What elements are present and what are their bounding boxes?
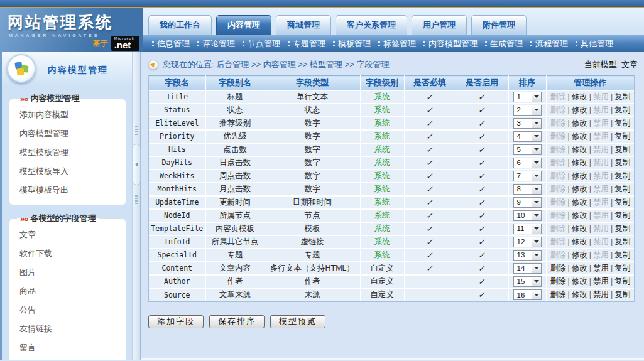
action-edit[interactable]: 修改: [572, 277, 587, 286]
action-copy[interactable]: 复制: [614, 171, 630, 180]
action-copy[interactable]: 复制: [614, 185, 630, 193]
submenu-item-6[interactable]: 内容模型管理: [420, 38, 481, 50]
main-tab-3[interactable]: 客户关系管理: [336, 15, 407, 35]
action-edit[interactable]: 修改: [572, 237, 587, 246]
check-icon: ✓: [478, 185, 486, 194]
sidebar-item[interactable]: 留言: [14, 338, 121, 357]
action-edit[interactable]: 修改: [572, 145, 587, 154]
order-select[interactable]: 5: [513, 144, 542, 155]
order-select[interactable]: 7: [513, 171, 542, 181]
separator: |: [611, 132, 613, 141]
submenu-item-2[interactable]: 节点管理: [239, 38, 284, 50]
sidebar-item[interactable]: 友情链接: [14, 320, 121, 338]
action-copy[interactable]: 复制: [614, 264, 630, 272]
action-edit[interactable]: 修改: [572, 158, 587, 167]
action-copy[interactable]: 复制: [614, 119, 630, 127]
order-select[interactable]: 2: [513, 105, 542, 116]
action-copy[interactable]: 复制: [614, 105, 630, 114]
main-tab-1[interactable]: 内容管理: [216, 15, 271, 35]
submenu-item-8[interactable]: 流程管理: [527, 38, 572, 50]
order-select[interactable]: 14: [513, 263, 542, 274]
submenu-item-5[interactable]: 标签管理: [374, 38, 420, 50]
action-disable[interactable]: 禁用: [593, 290, 609, 299]
sidebar-item[interactable]: 文章: [14, 225, 121, 244]
submenu-item-1[interactable]: 评论管理: [194, 38, 239, 50]
action-edit[interactable]: 修改: [572, 105, 587, 114]
sidebar-item[interactable]: 歌曲: [14, 357, 121, 360]
sidebar-item[interactable]: 公告: [14, 301, 121, 320]
order-select[interactable]: 12: [513, 237, 542, 247]
save-order-button[interactable]: 保存排序: [209, 315, 265, 328]
main-tab-2[interactable]: 商城管理: [276, 15, 331, 35]
submenu-item-label: 专题管理: [293, 38, 325, 50]
sidebar-item[interactable]: 模型模板管理: [14, 143, 121, 162]
add-field-button[interactable]: 添加字段: [148, 315, 204, 328]
sidebar-item[interactable]: 模型模板导入: [14, 162, 121, 181]
action-copy[interactable]: 复制: [614, 224, 630, 233]
cell-actions: 删除|修改|禁用|复制: [546, 209, 634, 222]
separator: |: [611, 198, 613, 207]
action-delete[interactable]: 删除: [550, 277, 565, 286]
action-copy[interactable]: 复制: [614, 132, 630, 141]
collapse-arrow-icon[interactable]: [133, 144, 141, 185]
field-name: Author: [164, 277, 190, 286]
order-select[interactable]: 1: [513, 92, 542, 102]
action-edit[interactable]: 修改: [572, 290, 587, 299]
action-edit[interactable]: 修改: [572, 171, 587, 180]
sidebar-item[interactable]: 商品: [14, 282, 121, 301]
check-icon: ✓: [478, 145, 486, 154]
model-preview-button[interactable]: 模型预览: [270, 315, 325, 328]
action-copy[interactable]: 复制: [614, 290, 630, 299]
action-copy[interactable]: 复制: [614, 198, 630, 207]
action-edit[interactable]: 修改: [572, 185, 587, 193]
order-select[interactable]: 4: [513, 131, 542, 142]
order-select[interactable]: 13: [513, 250, 542, 261]
order-value: 13: [514, 251, 532, 259]
sidebar-item[interactable]: 模型模板导出: [14, 181, 121, 200]
order-select[interactable]: 8: [513, 184, 542, 195]
submenu-item-4[interactable]: 模板管理: [329, 38, 374, 50]
order-select[interactable]: 15: [513, 276, 542, 287]
action-copy[interactable]: 复制: [614, 145, 630, 154]
sidebar-item[interactable]: 添加内容模型: [14, 105, 121, 124]
main-tab-0[interactable]: 我的工作台: [148, 15, 212, 35]
order-select[interactable]: 16: [513, 289, 542, 300]
action-copy[interactable]: 复制: [614, 158, 630, 167]
action-delete[interactable]: 删除: [550, 290, 565, 299]
action-edit[interactable]: 修改: [572, 211, 587, 220]
order-select[interactable]: 9: [513, 197, 542, 208]
action-copy[interactable]: 复制: [614, 251, 630, 259]
submenu-item-7[interactable]: 生成管理: [481, 38, 527, 50]
action-edit[interactable]: 修改: [572, 251, 587, 259]
action-edit[interactable]: 修改: [572, 264, 587, 272]
order-select[interactable]: 3: [513, 118, 542, 129]
action-edit[interactable]: 修改: [572, 132, 587, 141]
action-copy[interactable]: 复制: [614, 277, 630, 286]
action-copy[interactable]: 复制: [614, 92, 630, 101]
page: 网站管理系统 MANAGER NAVIGATES 基于 Microsoft .n…: [0, 0, 644, 361]
submenu-item-9[interactable]: 其他管理: [572, 38, 617, 50]
sidebar-item[interactable]: 内容模型管理: [14, 124, 121, 143]
action-edit[interactable]: 修改: [572, 92, 587, 101]
action-edit[interactable]: 修改: [572, 198, 587, 207]
action-delete[interactable]: 删除: [550, 264, 565, 272]
main-tab-4[interactable]: 用户管理: [412, 15, 467, 35]
order-select[interactable]: 10: [513, 210, 542, 221]
submenu-item-3[interactable]: 专题管理: [284, 38, 329, 50]
sidebar-item[interactable]: 软件下载: [14, 244, 121, 263]
order-select[interactable]: 6: [513, 158, 542, 168]
submenu-item-0[interactable]: 信息管理: [148, 38, 194, 50]
cell-field-name: Content: [149, 262, 205, 275]
action-disable: 禁用: [593, 171, 609, 180]
main-tab-5[interactable]: 附件管理: [471, 15, 527, 35]
action-copy[interactable]: 复制: [614, 237, 630, 246]
action-copy[interactable]: 复制: [614, 211, 630, 220]
action-edit[interactable]: 修改: [572, 224, 587, 233]
action-edit[interactable]: 修改: [572, 119, 587, 127]
sidebar-item[interactable]: 图片: [14, 263, 121, 282]
action-disable[interactable]: 禁用: [593, 277, 609, 286]
action-disable[interactable]: 禁用: [593, 264, 609, 272]
sidebar-splitter[interactable]: [132, 52, 141, 360]
cell-field-level: 系统: [360, 143, 404, 156]
order-select[interactable]: 11: [513, 224, 542, 234]
